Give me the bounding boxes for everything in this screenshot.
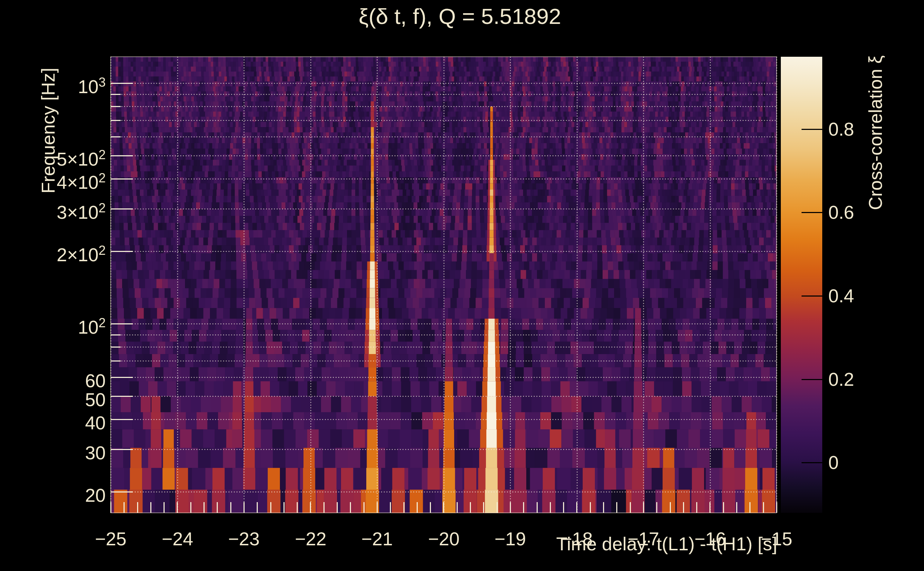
y-tick-label-text: 5×10 (57, 149, 99, 170)
x-tick-label-text: −24 (162, 529, 193, 549)
y-tick-label-text: 20 (85, 485, 106, 506)
y-tick-label-exponent: 2 (99, 315, 106, 330)
colorbar-tick-label-text: 0.4 (828, 286, 854, 306)
y-tick-label: 20 (0, 481, 106, 505)
x-tick-label: −18 (541, 529, 613, 549)
y-tick-label-text: 10 (78, 317, 99, 338)
x-tick-label: −22 (275, 529, 346, 549)
y-tick-label-exponent: 2 (99, 147, 106, 162)
qtransform-heatmap-canvas (0, 0, 924, 571)
y-tick-label-text: 40 (85, 412, 106, 433)
colorbar-tick-label: 0.8 (828, 119, 854, 139)
y-tick-label-text: 50 (85, 389, 106, 410)
x-tick-label-text: −21 (361, 529, 393, 549)
x-tick-label-text: −16 (694, 529, 726, 549)
colorbar-tick-label-text: 0.6 (828, 202, 854, 223)
y-tick-label: 103 (0, 73, 106, 97)
x-tick-label-text: −18 (561, 529, 593, 549)
colorbar-tick-label-text: 0.2 (828, 369, 854, 390)
colorbar-tick-label-text: 0 (828, 452, 839, 473)
x-tick-label-text: −20 (428, 529, 459, 549)
colorbar-tick-label: 0.4 (828, 286, 854, 306)
x-tick-label-text: −19 (494, 529, 526, 549)
y-tick-label: 4×102 (0, 168, 106, 192)
y-tick-label: 3×102 (0, 198, 106, 222)
y-tick-label-exponent: 2 (99, 243, 106, 258)
y-tick-label-text: 10 (78, 76, 99, 97)
colorbar-tick-label: 0 (828, 452, 839, 472)
y-tick-label: 5×102 (0, 145, 106, 169)
x-tick-label: −21 (341, 529, 413, 549)
x-tick-label: −19 (474, 529, 546, 549)
y-tick-label: 2×102 (0, 241, 106, 265)
y-tick-label: 40 (0, 409, 106, 433)
colorbar-title: Cross-correlation ξ (865, 0, 886, 293)
y-tick-label-exponent: 3 (99, 75, 106, 90)
y-tick-label-exponent: 2 (99, 201, 106, 215)
colorbar-tick-label: 0.6 (828, 202, 854, 222)
y-axis-title: Frequency [Hz] (37, 0, 59, 273)
plot-title: ξ(δ t, f), Q = 5.51892 (246, 3, 674, 29)
y-tick-label-text: 2×10 (57, 244, 99, 265)
y-tick-label: 102 (0, 313, 106, 337)
x-tick-label-text: −17 (628, 529, 659, 549)
y-tick-label-exponent: 2 (99, 171, 106, 185)
x-tick-label: −24 (142, 529, 213, 549)
x-tick-label: −17 (608, 529, 679, 549)
y-tick-label: 30 (0, 438, 106, 463)
x-tick-label-text: −25 (95, 529, 127, 549)
x-tick-label-text: −22 (295, 529, 326, 549)
x-tick-label: −16 (674, 529, 746, 549)
x-tick-label-text: −15 (761, 529, 792, 549)
colorbar-tick-label-text: 0.8 (828, 119, 854, 139)
y-tick-label-text: 30 (85, 443, 106, 463)
y-tick-label-text: 4×10 (57, 172, 99, 193)
x-tick-label: −23 (208, 529, 280, 549)
y-tick-label: 50 (0, 386, 106, 410)
x-tick-label: −25 (75, 529, 147, 549)
x-tick-label: −20 (408, 529, 479, 549)
x-tick-label-text: −23 (228, 529, 260, 549)
x-tick-label: −15 (741, 529, 812, 549)
y-tick-label-text: 3×10 (57, 202, 99, 223)
colorbar-tick-label: 0.2 (828, 369, 854, 389)
